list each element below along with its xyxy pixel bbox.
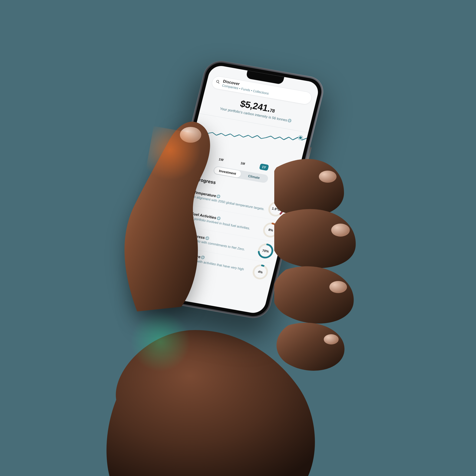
ambient-green-glow [130, 311, 191, 372]
svg-point-0 [319, 170, 337, 183]
svg-point-3 [324, 334, 339, 344]
metric-donut: 1.9°C [267, 200, 285, 218]
metric-value: 4% [251, 263, 270, 281]
metric-value: 1.9°C [267, 200, 285, 218]
range-1m[interactable]: 1M [238, 160, 248, 167]
segment-investment[interactable]: Investment [214, 166, 242, 178]
metric-donut: 70% [256, 242, 275, 260]
app-root: Discover Companies • Funds • Collections… [154, 64, 321, 315]
svg-point-1 [331, 224, 350, 237]
segment-climate[interactable]: Climate [240, 171, 268, 183]
metric-donut: 4% [251, 263, 270, 281]
balance-minor: 78 [269, 108, 275, 114]
metric-value: 70% [256, 242, 275, 260]
metric-donut: 8% [261, 221, 280, 239]
svg-line-5 [218, 82, 220, 84]
range-ytd[interactable]: YTD [280, 167, 293, 175]
globe-icon [216, 195, 221, 199]
svg-point-2 [329, 281, 347, 293]
range-1d[interactable]: 1D [195, 152, 205, 159]
metric-value: 8% [261, 221, 280, 239]
range-1w[interactable]: 1W [216, 156, 227, 163]
range-1y[interactable]: 1Y [259, 163, 269, 171]
progress-metrics: Your TemperaturePortfolio alignment with… [166, 183, 286, 284]
search-icon [215, 79, 221, 84]
svg-point-4 [216, 80, 219, 83]
phone-device: Discover Companies • Funds • Collections… [147, 58, 327, 321]
globe-icon [216, 216, 221, 220]
hand-palm [98, 302, 330, 476]
globe-icon [288, 119, 292, 122]
globe-icon [201, 255, 205, 259]
globe-icon [205, 236, 209, 240]
